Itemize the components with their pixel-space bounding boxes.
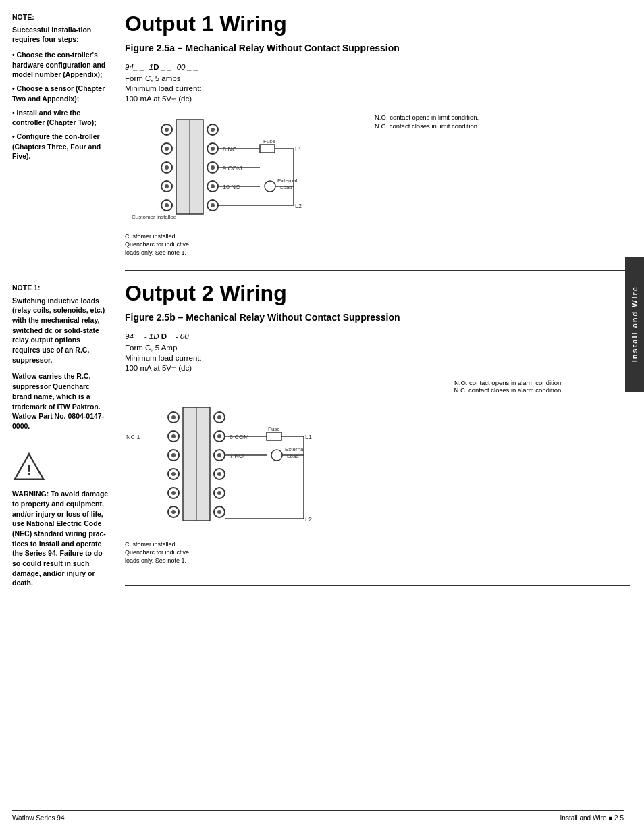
svg-rect-72: [267, 432, 281, 440]
figure1-diagram-note: N.O. contact opens in limit condition. N…: [375, 109, 479, 131]
figure2-title: Figure 2.5b – Mechanical Relay Without C…: [125, 312, 630, 323]
svg-text:NC 1: NC 1: [126, 434, 140, 440]
svg-point-21: [211, 184, 215, 188]
svg-point-52: [171, 491, 176, 495]
section-output1: Output 1 Wiring Figure 2.5a – Mechanical…: [125, 12, 630, 257]
note1-text: Switching inductive loads (relay coils, …: [12, 296, 110, 365]
svg-point-23: [211, 203, 215, 207]
svg-text:Fuse: Fuse: [268, 426, 280, 432]
note-label: NOTE:: [12, 12, 110, 22]
svg-point-68: [217, 510, 221, 514]
right-tab-text: Install and Wire: [630, 286, 639, 362]
svg-text:Load: Load: [280, 184, 292, 190]
svg-point-62: [217, 453, 221, 457]
figure1-diagram-area: 8 NC 9 COM 10 NO Fuse L1: [125, 109, 630, 257]
figure2-note1: N.O. contact opens in alarm condition.: [125, 379, 563, 386]
figure1-load-value: 100 mA at 5V⎓ (dc): [125, 95, 630, 103]
note1-text2: Watlow carries the R.C. suppressor Quenc…: [12, 371, 110, 431]
output1-title: Output 1 Wiring: [125, 12, 630, 36]
svg-point-77: [271, 450, 282, 461]
svg-point-54: [171, 510, 176, 514]
svg-point-19: [211, 165, 215, 170]
figure2-customer-note: Customer installedQuencharc for inductiv…: [125, 541, 368, 565]
svg-text:7 NO: 7 NO: [230, 452, 244, 459]
figure1-min-load: Minimum load current:: [125, 84, 630, 93]
warning-section: ! WARNING: To avoid damage to property a…: [12, 452, 110, 589]
svg-point-46: [171, 434, 176, 438]
svg-rect-28: [260, 145, 275, 153]
svg-point-66: [217, 491, 221, 495]
bullet-1: • Choose the con-troller's hardware conf…: [12, 50, 110, 80]
svg-text:External: External: [277, 178, 298, 184]
section-output2: Output 2 Wiring Figure 2.5b – Mechanical…: [125, 282, 630, 565]
figure1-title: Figure 2.5a – Mechanical Relay Without C…: [125, 43, 630, 53]
svg-text:Load: Load: [287, 453, 299, 459]
footer-right: Install and Wire ■ 2.5: [560, 814, 624, 822]
page-footer: Watlow Series 94 Install and Wire ■ 2.5: [12, 810, 624, 822]
figure1-form: Form C, 5 amps: [125, 74, 630, 82]
svg-text:External: External: [285, 446, 305, 452]
figure1-title-text: Mechanical Relay Without Contact Suppres…: [186, 43, 400, 53]
figure2-dash: –: [178, 312, 184, 323]
figure2-title-text: Mechanical Relay Without Contact Suppres…: [186, 312, 400, 323]
warning-text: WARNING: To avoid damage to property and…: [12, 489, 110, 588]
figure1-dash: –: [178, 43, 183, 53]
svg-text:L2: L2: [295, 203, 302, 209]
figure2-svg: NC 1: [125, 397, 361, 539]
bullet-2: • Choose a sensor (Chapter Two and Appen…: [12, 84, 110, 103]
figure2-note2: N.C. contact closes in alarm condition.: [125, 386, 563, 394]
svg-point-44: [171, 415, 176, 419]
main-content: Output 1 Wiring Figure 2.5a – Mechanical…: [118, 0, 644, 834]
svg-text:6 COM: 6 COM: [230, 434, 249, 440]
output2-title: Output 2 Wiring: [125, 282, 630, 305]
figure1-note1: N.O. contact opens in limit condition.: [375, 113, 479, 122]
svg-point-64: [217, 472, 221, 476]
figure2-diagram-area: NC 1: [125, 397, 630, 565]
right-tab: Install and Wire: [625, 257, 644, 392]
figure1-relay-diagram: 8 NC 9 COM 10 NO Fuse L1: [125, 109, 368, 257]
svg-text:L2: L2: [305, 516, 312, 523]
svg-point-48: [171, 453, 176, 457]
note1-section: NOTE 1: Switching inductive loads (relay…: [12, 283, 110, 432]
svg-point-7: [165, 165, 169, 170]
bullet-4: • Configure the con-troller (Chapters Th…: [12, 132, 110, 161]
figure2-min-load: Minimum load current:: [125, 354, 630, 362]
figure2-relay-diagram: NC 1: [125, 397, 368, 565]
svg-point-5: [165, 147, 169, 151]
svg-point-60: [217, 434, 221, 438]
warning-icon: !: [12, 452, 46, 481]
note1-label: NOTE 1:: [12, 283, 110, 293]
svg-text:Customer installed: Customer installed: [132, 214, 176, 220]
svg-point-34: [265, 181, 275, 192]
figure2-diagram-notes: N.O. contact opens in alarm condition. N…: [125, 379, 563, 394]
svg-text:9 COM: 9 COM: [223, 165, 242, 172]
svg-text:8 NC: 8 NC: [223, 146, 237, 153]
svg-text:!: !: [27, 463, 32, 477]
svg-text:L1: L1: [295, 146, 302, 153]
figure1-svg: 8 NC 9 COM 10 NO Fuse L1: [125, 109, 341, 231]
section-divider-2: [125, 585, 630, 586]
figure2-load-value: 100 mA at 5V⎓ (dc): [125, 364, 630, 372]
figure1-customer-note: Customer installedQuencharc for inductiv…: [125, 233, 368, 257]
note-text: Successful installa-tion requires four s…: [12, 25, 110, 45]
svg-point-9: [165, 184, 169, 188]
svg-point-17: [211, 147, 215, 151]
left-sidebar: NOTE: Successful installa-tion requires …: [0, 0, 118, 834]
svg-point-11: [165, 203, 169, 207]
svg-text:10 NO: 10 NO: [223, 184, 240, 190]
bullet-3: • Install and wire the controller (Chapt…: [12, 108, 110, 128]
svg-text:L1: L1: [305, 434, 312, 440]
svg-point-15: [211, 128, 215, 132]
figure2-form: Form C, 5 Amp: [125, 344, 630, 352]
svg-text:Fuse: Fuse: [263, 138, 275, 145]
svg-point-3: [165, 128, 169, 132]
footer-left: Watlow Series 94: [12, 814, 64, 822]
figure2-label: Figure 2.5b: [125, 312, 176, 323]
section-divider-1: [125, 270, 630, 271]
figure2-model: 94_ _- 1D D _ - 00_ _: [125, 332, 630, 340]
figure1-note2: N.C. contact closes in limit condition.: [375, 122, 479, 130]
svg-point-50: [171, 472, 176, 476]
figure1-model: 94_ _- 1D _ _- 00 _ _: [125, 63, 630, 71]
svg-point-58: [217, 415, 221, 419]
figure1-label: Figure 2.5a: [125, 43, 175, 53]
